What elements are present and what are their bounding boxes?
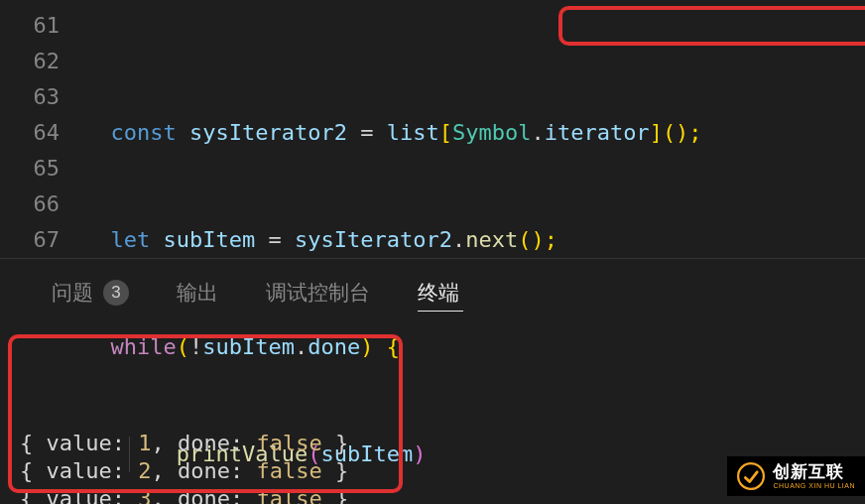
watermark-icon (737, 462, 765, 490)
line-number: 64 (0, 115, 60, 151)
tab-terminal[interactable]: 终端 (418, 279, 459, 307)
watermark-logo: 创新互联 CHUANG XIN HU LIAN (727, 456, 865, 496)
line-number: 67 (0, 222, 60, 258)
code-editor[interactable]: 61 62 63 64 65 66 67 const sysIterator2 … (0, 0, 865, 258)
watermark-sub: CHUANG XIN HU LIAN (773, 482, 855, 489)
code-line: let subItem = sysIterator2.next(); (84, 222, 865, 258)
svg-point-0 (739, 463, 765, 489)
active-tab-underline (418, 311, 463, 312)
line-number: 66 (0, 187, 60, 222)
watermark-main: 创新互联 (773, 463, 855, 480)
terminal-line: { value: 1, done: false } (20, 430, 845, 457)
terminal-line: { value: 3, done: false } (20, 485, 845, 504)
line-number-gutter: 61 62 63 64 65 66 67 (0, 0, 84, 258)
line-number: 61 (0, 8, 60, 44)
line-number: 63 (0, 79, 60, 115)
line-number: 62 (0, 44, 60, 79)
annotation-highlight-box (558, 6, 865, 46)
code-line: const sysIterator2 = list[Symbol.iterato… (84, 115, 865, 151)
code-content[interactable]: const sysIterator2 = list[Symbol.iterato… (84, 0, 865, 258)
terminal-line: { value: 2, done: false } (20, 457, 845, 485)
line-number: 65 (0, 151, 60, 187)
tab-label: 终端 (418, 279, 459, 307)
